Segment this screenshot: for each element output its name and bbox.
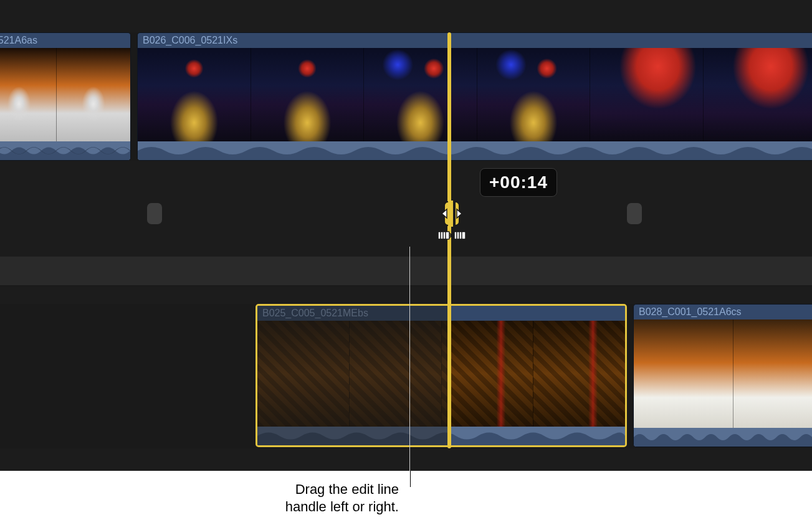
edit-line-handle[interactable]	[436, 199, 468, 245]
secondary-storyline-track[interactable]: B025_C005_0521MEbs B028_C001_0521A6cs	[0, 304, 812, 447]
clip-thumbnails	[634, 319, 812, 428]
svg-rect-3	[438, 232, 449, 239]
clip-audio-waveform	[138, 141, 812, 160]
edit-delta-readout: +00:14	[480, 168, 557, 197]
clip-0521A6as[interactable]: _0521A6as	[0, 32, 131, 161]
clip-audio-waveform	[0, 141, 130, 160]
annotation-leader-line	[410, 471, 411, 487]
timeline-gap-band-2	[0, 286, 812, 304]
clip-title: B026_C006_0521IXs	[138, 33, 812, 48]
clip-title: B025_C005_0521MEbs	[257, 306, 625, 321]
clip-audio-waveform	[634, 428, 812, 447]
clip-thumbnail	[364, 48, 477, 141]
clip-thumbnail	[257, 321, 350, 427]
clip-thumbnail	[350, 321, 442, 427]
clip-B028-C001-0521A6cs[interactable]: B028_C001_0521A6cs	[633, 304, 812, 447]
annotation-caption: Drag the edit line handle left or right.	[0, 481, 399, 516]
clip-thumbnails	[257, 321, 625, 427]
clip-thumbnail	[138, 48, 251, 141]
timeline-footer-band	[0, 448, 812, 471]
clip-thumbnail	[0, 48, 57, 141]
clip-audio-waveform	[257, 427, 625, 445]
primary-storyline-track[interactable]: _0521A6as B026_C006_0521IXs	[0, 32, 812, 161]
clip-thumbnail	[57, 48, 131, 141]
timeline-header-band	[0, 0, 812, 32]
timeline-marker[interactable]	[147, 203, 162, 224]
roll-edit-icon	[436, 228, 468, 243]
clip-B025-C005-0521MEbs[interactable]: B025_C005_0521MEbs	[256, 304, 627, 447]
clip-thumbnail	[251, 48, 365, 141]
timeline-lane-strip	[0, 257, 812, 285]
clip-thumbnail	[477, 48, 591, 141]
timeline-marker[interactable]	[627, 203, 642, 224]
clip-thumbnail	[634, 319, 733, 428]
clip-thumbnail	[442, 321, 534, 427]
roll-cursor-icon	[436, 199, 468, 228]
clip-title: B028_C001_0521A6cs	[634, 305, 812, 319]
timeline-gap-band	[0, 161, 812, 257]
clip-title: _0521A6as	[0, 33, 130, 48]
clip-thumbnail	[733, 319, 813, 428]
clip-thumbnails	[0, 48, 130, 141]
clip-B026-C006-0521IXs[interactable]: B026_C006_0521IXs	[137, 32, 812, 161]
annotation-leader-line	[409, 247, 410, 471]
annotation-caption-line2: handle left or right.	[285, 499, 399, 514]
annotation-caption-line1: Drag the edit line	[295, 481, 399, 497]
clip-thumbnails	[138, 48, 812, 141]
svg-rect-0	[451, 201, 453, 227]
clip-thumbnail	[533, 321, 625, 427]
clip-thumbnail	[704, 48, 813, 141]
clip-thumbnail	[590, 48, 704, 141]
timeline-area[interactable]: _0521A6as B026_C006_0521IXs	[0, 0, 812, 471]
svg-rect-4	[454, 232, 466, 239]
annotation-caption-area: Drag the edit line handle left or right.	[0, 471, 812, 525]
